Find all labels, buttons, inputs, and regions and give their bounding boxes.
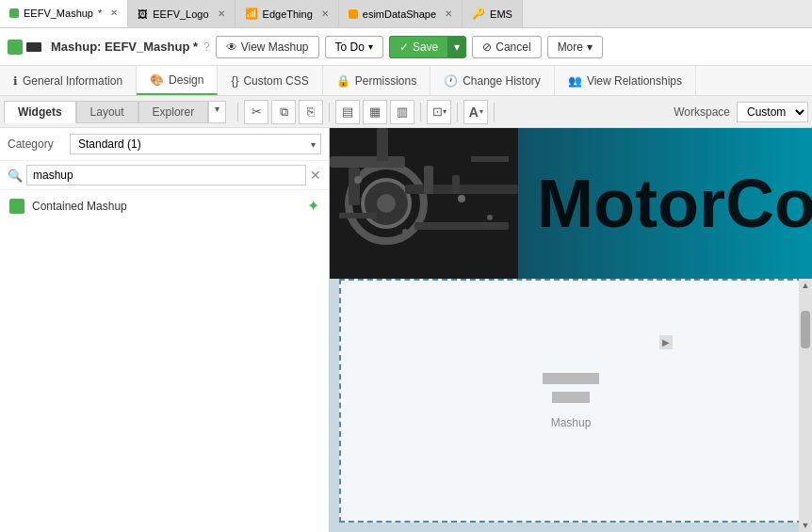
list-item-contained-mashup[interactable]: Contained Mashup ✦ (0, 190, 329, 221)
svg-point-12 (402, 229, 408, 234)
category-select[interactable]: Standard (1) (70, 134, 321, 154)
design-icon: 🎨 (150, 73, 164, 87)
tab-widgets[interactable]: Widgets (4, 101, 76, 123)
fit-icon: ⊡ (432, 105, 443, 119)
svg-rect-5 (349, 168, 360, 205)
cut-button[interactable]: ✂ (244, 100, 268, 124)
fit-button[interactable]: ⊡ ▾ (427, 100, 451, 124)
tab-bar: EEFV_Mashup * ✕ 🖼 EEFV_Logo ✕ 📶 EdgeThin… (0, 0, 812, 28)
todo-dropdown-icon: ▾ (368, 41, 373, 52)
widget-toolbar: Widgets Layout Explorer ▾ ✂ ⧉ ⎘ ▤ ▦ ▥ ⊡ … (0, 96, 812, 128)
nav-general-info-label: General Information (23, 74, 122, 88)
align-center-icon: ▦ (369, 105, 381, 119)
nav-general-information[interactable]: ℹ General Information (0, 66, 137, 95)
paste-button[interactable]: ⎘ (299, 100, 323, 124)
layout-tab-label: Layout (90, 105, 124, 119)
svg-rect-4 (330, 156, 405, 168)
cancel-button[interactable]: ⊘ Cancel (472, 36, 541, 58)
app-logo (8, 40, 41, 55)
paste-icon: ⎘ (307, 105, 315, 119)
tabs-expand-button[interactable]: ▾ (208, 101, 226, 123)
tab-esim-data-shape[interactable]: esimDataShape ✕ (339, 0, 463, 27)
canvas-widget[interactable]: Mashup (339, 279, 803, 523)
svg-rect-16 (471, 156, 509, 162)
tab-edge-thing[interactable]: 📶 EdgeThing ✕ (235, 0, 339, 27)
widget-tabs: Widgets Layout Explorer ▾ (4, 101, 226, 123)
help-icon[interactable]: ? (203, 40, 210, 54)
nav-design[interactable]: 🎨 Design (137, 66, 218, 95)
svg-point-13 (458, 195, 465, 202)
nav-bar: ℹ General Information 🎨 Design {} Custom… (0, 66, 812, 96)
side-arrows: ▶ (659, 335, 673, 349)
workspace-select[interactable]: Custom (737, 102, 808, 122)
tab-explorer[interactable]: Explorer (138, 101, 209, 123)
nav-permissions[interactable]: 🔒 Permissions (323, 66, 430, 95)
tab-close-edge-thing[interactable]: ✕ (321, 8, 329, 19)
separator-4 (457, 103, 458, 121)
placeholder-bar-1 (543, 373, 599, 384)
motor-text: MotorCo (518, 169, 812, 237)
nav-custom-css[interactable]: {} Custom CSS (218, 66, 322, 95)
tab-ems[interactable]: 🔑 EMS (463, 0, 523, 27)
tab-icon-key: 🔑 (472, 8, 485, 20)
add-widget-icon[interactable]: ✦ (307, 197, 319, 215)
vertical-scrollbar[interactable]: ▲ ▼ (799, 279, 812, 532)
separator-1 (237, 103, 238, 121)
tab-eefv-logo[interactable]: 🖼 EEFV_Logo ✕ (128, 0, 235, 27)
eye-icon: 👁 (226, 40, 237, 54)
cut-icon: ✂ (252, 105, 262, 119)
more-button[interactable]: More ▾ (547, 36, 603, 58)
main-toolbar: Mashup: EEFV_Mashup * ? 👁 View Mashup To… (0, 28, 812, 66)
left-panel: Category Standard (1) ▾ 🔍 ✕ Contained Ma… (0, 128, 330, 532)
tab-label-eefv-logo: EEFV_Logo (153, 8, 208, 20)
nav-view-relationships[interactable]: 👥 View Relationships (555, 66, 696, 95)
nav-view-relationships-label: View Relationships (587, 74, 682, 88)
copy-icon: ⧉ (280, 105, 288, 120)
lock-icon: 🔒 (336, 74, 350, 88)
workspace-label: Workspace (674, 105, 734, 119)
fit-dropdown-icon: ▾ (443, 107, 447, 116)
view-mashup-label: View Mashup (241, 40, 309, 54)
canvas-widget-inner: Mashup (341, 281, 801, 521)
text-size-dropdown-icon: ▾ (479, 107, 483, 116)
scroll-up-arrow[interactable]: ▲ (800, 279, 812, 292)
cancel-label: Cancel (495, 40, 530, 54)
view-mashup-button[interactable]: 👁 View Mashup (216, 36, 319, 58)
tab-eefv-mashup[interactable]: EEFV_Mashup * ✕ (0, 0, 128, 27)
copy-button[interactable]: ⧉ (271, 100, 296, 124)
tab-close-esim-data-shape[interactable]: ✕ (445, 8, 452, 19)
tab-icon-wifi: 📶 (245, 8, 258, 20)
tab-icon-green (9, 8, 19, 18)
scroll-down-arrow[interactable]: ▼ (800, 519, 812, 532)
svg-point-3 (377, 194, 396, 213)
align-right-button[interactable]: ▥ (390, 100, 414, 124)
nav-change-history[interactable]: 🕐 Change History (430, 66, 555, 95)
clear-search-button[interactable]: ✕ (310, 168, 321, 183)
align-center-button[interactable]: ▦ (363, 100, 387, 124)
separator-2 (329, 103, 330, 121)
tab-layout[interactable]: Layout (76, 101, 138, 123)
search-input[interactable] (26, 165, 306, 185)
tab-close-eefv-mashup[interactable]: ✕ (110, 8, 118, 18)
save-button[interactable]: ✓ Save (389, 36, 447, 58)
todo-button[interactable]: To Do ▾ (325, 36, 383, 58)
side-arrow-icon[interactable]: ▶ (659, 335, 673, 349)
engine-image (330, 128, 518, 279)
more-arrow-icon: ▾ (587, 40, 593, 54)
logo-dark-square (26, 42, 41, 52)
graph-icon: 👥 (568, 74, 582, 88)
placeholder-bar-2 (552, 392, 590, 403)
svg-rect-8 (424, 166, 433, 194)
app-title: Mashup: EEFV_Mashup * (51, 40, 198, 54)
save-label: Save (413, 40, 438, 54)
tab-close-eefv-logo[interactable]: ✕ (218, 8, 225, 19)
text-size-button[interactable]: A ▾ (463, 100, 488, 124)
align-left-button[interactable]: ▤ (335, 100, 360, 124)
save-dropdown-button[interactable]: ▾ (447, 36, 466, 58)
canvas-area: MotorCo Mashup ▲ ▼ ▶ (330, 128, 812, 532)
clock-icon: 🕐 (444, 74, 458, 88)
css-icon: {} (231, 74, 238, 88)
vertical-scrollbar-thumb[interactable] (801, 311, 810, 348)
main-content: Category Standard (1) ▾ 🔍 ✕ Contained Ma… (0, 128, 812, 532)
tab-label-esim-data-shape: esimDataShape (363, 8, 436, 20)
